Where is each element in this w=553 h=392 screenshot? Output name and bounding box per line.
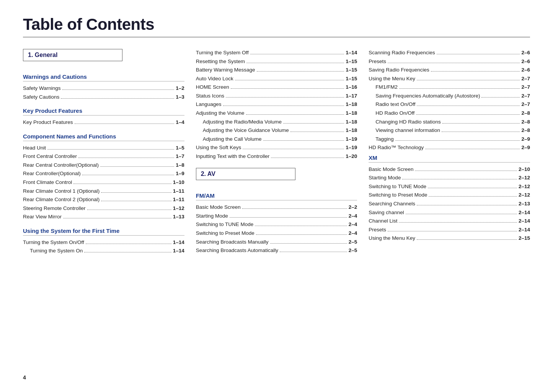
toc-dots xyxy=(425,149,520,149)
list-item: Adjusting the Radio/Media Volume1–18 xyxy=(196,118,357,126)
toc-page: 2–9 xyxy=(521,144,530,151)
list-item: Steering Remote Controller1–12 xyxy=(23,205,184,212)
toc-dots xyxy=(283,123,344,124)
list-item: Head Unit1–5 xyxy=(23,144,184,152)
toc-dots xyxy=(417,106,520,106)
toc-page: 2–14 xyxy=(519,209,530,216)
list-item: Rear Controller(Optional)1–9 xyxy=(23,170,184,177)
toc-page: 2–12 xyxy=(519,174,530,182)
toc-label: Basic Mode Screen xyxy=(369,166,413,173)
first-time-header: Using the System for the First Time xyxy=(23,228,184,236)
toc-dots xyxy=(246,114,344,115)
toc-label: Searching Channels xyxy=(369,200,415,208)
toc-label: Switching to Preset Mode xyxy=(196,229,254,237)
toc-dots xyxy=(395,140,520,141)
toc-dots xyxy=(75,124,175,124)
key-features-list: Key Product Features1–4 xyxy=(23,119,184,126)
list-item: Switching to TUNE Mode2–12 xyxy=(369,183,530,190)
toc-dots xyxy=(255,226,347,226)
toc-dots xyxy=(73,184,171,184)
toc-dots xyxy=(47,149,174,150)
list-item: Starting Mode2–12 xyxy=(369,174,530,182)
list-item: Radio text On/Off2–7 xyxy=(369,101,530,108)
toc-label: Channel List xyxy=(369,217,397,225)
toc-dots xyxy=(101,201,171,201)
toc-label: Adjusting the Volume xyxy=(196,109,245,117)
list-item: Saving Frequencies Automatically (Autost… xyxy=(369,92,530,100)
list-item: Front Central Controller1–7 xyxy=(23,153,184,160)
toc-label: Adjusting the Call Volume xyxy=(203,135,262,143)
list-item: Adjusting the Call Volume1–19 xyxy=(196,135,357,143)
toc-label: Viewing channel information xyxy=(375,127,440,134)
toc-page: 1–18 xyxy=(346,101,357,108)
list-item: Turning the System On1–14 xyxy=(23,247,184,255)
xm-header: XM xyxy=(369,155,530,163)
toc-dots xyxy=(442,123,520,124)
toc-label: Using the Soft Keys xyxy=(196,144,241,151)
toc-page: 1–18 xyxy=(346,118,357,126)
toc-label: Starting Mode xyxy=(196,212,228,220)
list-item: Safety Cautions1–3 xyxy=(23,93,184,101)
toc-label: Searching Broadcasts Manually xyxy=(196,238,269,246)
list-item: Resetting the System1–15 xyxy=(196,58,357,65)
toc-page: 2–8 xyxy=(521,127,530,134)
toc-dots xyxy=(230,217,347,218)
list-item: Inputting Text with the Controller1–20 xyxy=(196,153,357,160)
toc-dots xyxy=(280,252,347,252)
toc-label: Steering Remote Controller xyxy=(23,205,86,212)
toc-dots xyxy=(437,54,520,54)
toc-page: 1–2 xyxy=(176,85,184,92)
col2-top-list: Turning the System Off1–14Resetting the … xyxy=(196,49,357,160)
toc-dots xyxy=(481,97,520,98)
toc-dots xyxy=(417,239,517,240)
warnings-list: Safety Warnings1–2Safety Cautions1–3 xyxy=(23,85,184,101)
toc-page: 1–16 xyxy=(346,83,357,91)
toc-page: 2–13 xyxy=(519,200,530,208)
toc-label: Basic Mode Screen xyxy=(196,203,241,211)
toc-page: 1–15 xyxy=(346,66,357,74)
toc-page: 1–10 xyxy=(173,179,184,186)
toc-page: 2–6 xyxy=(521,66,530,74)
column-3: Scanning Radio Frequencies2–6Presets2–6S… xyxy=(369,49,530,256)
toc-dots xyxy=(431,71,520,72)
toc-dots xyxy=(442,132,520,132)
toc-dots xyxy=(417,205,517,205)
toc-dots xyxy=(428,188,517,188)
list-item: Battery Warning Message1–15 xyxy=(196,66,357,74)
toc-page: 2–4 xyxy=(349,229,357,237)
toc-label: HOME Screen xyxy=(196,83,229,91)
list-item: Switching to Preset Mode2–4 xyxy=(196,229,357,237)
list-item: Languages1–18 xyxy=(196,101,357,108)
fmam-header: FM/AM xyxy=(196,192,357,200)
toc-page: 1–15 xyxy=(346,75,357,83)
list-item: Saving channel2–14 xyxy=(369,209,530,216)
toc-page: 1–19 xyxy=(346,135,357,143)
toc-dots xyxy=(415,171,517,171)
toc-page: 1–12 xyxy=(173,205,184,212)
toc-page: 1–14 xyxy=(173,247,184,255)
toc-dots xyxy=(416,114,520,115)
section-1-header: 1. General xyxy=(23,49,122,61)
toc-label: Adjusting the Radio/Media Volume xyxy=(203,118,282,126)
toc-label: Rear Climate Control 2 (Optional) xyxy=(23,196,100,203)
toc-page: 1–11 xyxy=(173,196,184,203)
toc-page: 2–4 xyxy=(349,212,357,220)
list-item: Auto Video Lock1–15 xyxy=(196,75,357,83)
toc-dots xyxy=(429,196,517,197)
toc-page: 1–14 xyxy=(173,239,184,246)
toc-label: Switching to Preset Mode xyxy=(369,191,427,199)
list-item: HD Radio™ Technology2–9 xyxy=(369,144,530,151)
toc-page: 1–17 xyxy=(346,92,357,100)
toc-dots xyxy=(271,158,344,158)
toc-dots xyxy=(402,179,517,179)
toc-page: 1–14 xyxy=(346,49,357,57)
toc-label: Safety Warnings xyxy=(23,85,61,92)
toc-page: 2–10 xyxy=(519,166,530,173)
toc-dots xyxy=(86,244,171,244)
list-item: Viewing channel information2–8 xyxy=(369,127,530,134)
toc-label: Changing HD Radio stations xyxy=(375,118,440,126)
toc-page: 2–14 xyxy=(519,226,530,234)
list-item: Adjusting the Voice Guidance Volume1–18 xyxy=(196,127,357,134)
list-item: Turning the System On/Off1–14 xyxy=(23,239,184,246)
toc-page: 1–19 xyxy=(346,144,357,151)
